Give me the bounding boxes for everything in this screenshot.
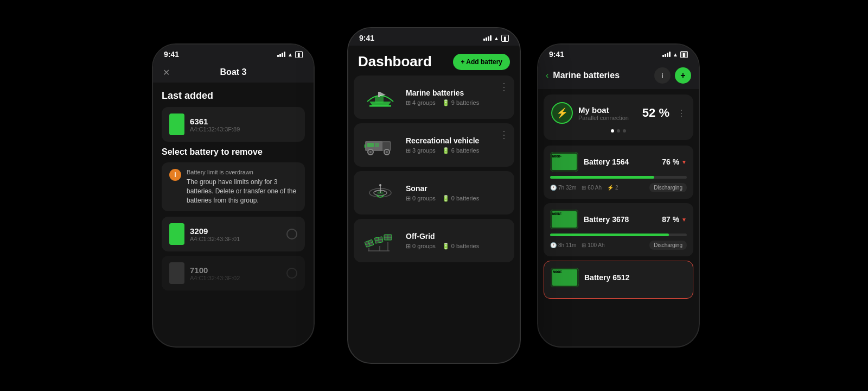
svg-rect-6 — [375, 143, 379, 147]
right-signal-icon — [662, 52, 671, 57]
sel-bat-2-indicator — [169, 262, 184, 284]
center-status-time: 9:41 — [359, 34, 374, 42]
battery-3678-status: Discharging — [649, 241, 687, 250]
offgrid-card-title: Off-Grid — [406, 232, 507, 241]
clock-icon: 🕐 — [550, 185, 557, 191]
battery-3678-progress-fill — [550, 234, 669, 236]
right-header: ‹ Marine batteries i + — [538, 62, 699, 89]
clock-icon-2: 🕐 — [550, 242, 557, 248]
warning-card: i Battery limit is overdrawn The group h… — [162, 162, 305, 211]
offgrid-card[interactable]: Off-Grid ⊞ 0 groups 🔋 0 batteries — [354, 219, 514, 262]
radio-button-1[interactable] — [286, 229, 297, 239]
info-button[interactable]: i — [654, 67, 671, 84]
sel-bat-2-info: 7100 A4:C1:32:43:3F:02 — [190, 266, 240, 281]
battery-3678-top: NODE Battery 3678 87 % ▼ — [550, 210, 687, 229]
center-status-icons: ▲ ▮ — [483, 35, 509, 42]
offgrid-batteries: 🔋 0 batteries — [442, 243, 479, 250]
offgrid-card-meta: ⊞ 0 groups 🔋 0 batteries — [406, 243, 507, 250]
svg-text:NODE: NODE — [553, 270, 561, 274]
my-boat-top: ⚡ My boat Parallel connection 52 % ⋮ — [551, 102, 686, 124]
marine-groups: ⊞ 4 groups — [406, 99, 436, 106]
sonar-card-title: Sonar — [406, 184, 507, 193]
marine-batteries-card[interactable]: Marine batteries ⊞ 4 groups 🔋 9 batterie… — [354, 75, 514, 119]
add-group-button[interactable]: + — [675, 67, 691, 84]
radio-button-2[interactable] — [286, 268, 297, 279]
svg-rect-5 — [367, 143, 374, 147]
svg-rect-35 — [552, 211, 577, 228]
my-boat-name: My boat — [578, 105, 637, 115]
sonar-groups: ⊞ 0 groups — [406, 195, 436, 202]
marine-card-info: Marine batteries ⊞ 4 groups 🔋 9 batterie… — [406, 89, 507, 106]
sonar-groups-icon: ⊞ — [406, 195, 411, 202]
sonar-batteries: 🔋 0 batteries — [442, 195, 479, 202]
sonar-card-meta: ⊞ 0 groups 🔋 0 batteries — [406, 195, 507, 202]
battery-6512-top: NODE Battery 6512 — [551, 268, 686, 287]
back-button[interactable]: ‹ — [546, 71, 548, 80]
select-battery-label: Select battery to remove — [162, 147, 305, 157]
battery-3678-meta: 🕐 8h 11m ⊞ 100 Ah Discharging — [550, 241, 687, 250]
sonar-card[interactable]: Sonar ⊞ 0 groups 🔋 0 batteries — [354, 171, 514, 215]
last-added-battery-row: 6361 A4:C1:32:43:3F:89 — [162, 107, 305, 142]
right-header-title: Marine batteries — [553, 71, 650, 80]
groups-icon: ⊞ — [406, 99, 411, 106]
last-added-label: Last added — [162, 90, 305, 102]
offgrid-groups: ⊞ 0 groups — [406, 243, 436, 250]
right-status-bar: 9:41 ▲ ▮ — [538, 45, 699, 62]
rv-icon-area — [361, 131, 399, 159]
sel-bat-1-mac: A4:C1:32:43:3F:01 — [190, 236, 240, 242]
battery-3678-card[interactable]: NODE Battery 3678 87 % ▼ 🕐 8h 11m — [544, 203, 693, 256]
center-phone: 9:41 ▲ ▮ Dashboard + Add battery — [347, 27, 521, 364]
rv-card[interactable]: Recreational vehicle ⊞ 3 groups 🔋 6 batt… — [354, 123, 514, 167]
svg-point-17 — [379, 184, 381, 186]
svg-rect-38 — [552, 269, 577, 286]
warning-title: Battery limit is overdrawn — [187, 169, 297, 175]
sonar-icon-area — [361, 179, 399, 207]
wifi-icon: ▲ — [494, 35, 499, 41]
offgrid-groups-icon: ⊞ — [406, 243, 411, 250]
battery-6512-card[interactable]: NODE Battery 6512 — [544, 261, 693, 299]
selectable-battery-2[interactable]: 7100 A4:C1:32:43:3F:02 — [162, 256, 305, 291]
sonar-card-info: Sonar ⊞ 0 groups 🔋 0 batteries — [406, 184, 507, 202]
close-button[interactable]: ✕ — [163, 67, 170, 78]
dot-3 — [623, 129, 626, 133]
marine-icon-area — [361, 83, 399, 111]
marine-card-title: Marine batteries — [406, 89, 507, 97]
battery-6512-name: Battery 6512 — [584, 273, 686, 282]
battery-1564-card[interactable]: NODE Battery 1564 76 % ▼ 🕐 7h 32m — [544, 146, 693, 199]
right-battery-icon: ▮ — [680, 51, 688, 58]
offgrid-battery-icon: 🔋 — [442, 243, 450, 250]
battery-1564-name: Battery 1564 — [584, 157, 656, 166]
dashboard-header: Dashboard + Add battery — [348, 46, 520, 75]
left-header-title: Boat 3 — [220, 67, 247, 77]
left-battery-icon: ▮ — [295, 51, 303, 58]
add-battery-button[interactable]: + Add battery — [453, 54, 510, 70]
battery-count-icon: 🔋 — [442, 99, 450, 106]
left-status-bar: 9:41 ▲ ▮ — [153, 45, 314, 62]
my-boat-more-icon[interactable]: ⋮ — [677, 108, 686, 118]
right-status-icons: ▲ ▮ — [662, 51, 688, 58]
sel-bat-1-info: 3209 A4:C1:32:43:3F:01 — [190, 226, 240, 242]
dot-2 — [617, 129, 620, 133]
battery-icon: ▮ — [501, 35, 509, 42]
left-header: ✕ Boat 3 — [153, 62, 314, 83]
battery-1564-meta: 🕐 7h 32m ⊞ 60 Ah ⚡ 2 Discharging — [550, 183, 687, 192]
last-battery-info: 6361 A4:C1:32:43:3F:89 — [190, 117, 240, 133]
rv-icon — [362, 134, 399, 156]
battery-green-indicator — [169, 113, 184, 135]
rv-card-title: Recreational vehicle — [406, 136, 507, 145]
selectable-battery-1[interactable]: 3209 A4:C1:32:43:3F:01 — [162, 217, 305, 251]
boat-power-icon: ⚡ — [551, 102, 573, 124]
sonar-icon — [366, 180, 395, 206]
marine-more-icon[interactable]: ⋮ — [499, 81, 509, 93]
battery-3678-name: Battery 3678 — [584, 215, 656, 224]
warning-body: The group have limits only for 3 batteri… — [187, 178, 297, 205]
svg-text:NODE: NODE — [552, 212, 560, 216]
offgrid-icon — [363, 227, 397, 254]
my-boat-card: ⚡ My boat Parallel connection 52 % ⋮ — [544, 94, 693, 140]
left-status-icons: ▲ ▮ — [277, 51, 303, 58]
right-status-time: 9:41 — [549, 50, 564, 59]
rv-more-icon[interactable]: ⋮ — [499, 129, 509, 141]
battery-1564-progress-bg — [550, 176, 687, 179]
my-boat-connection: Parallel connection — [578, 115, 637, 121]
battery-1564-capacity: ⊞ 60 Ah — [582, 185, 602, 191]
